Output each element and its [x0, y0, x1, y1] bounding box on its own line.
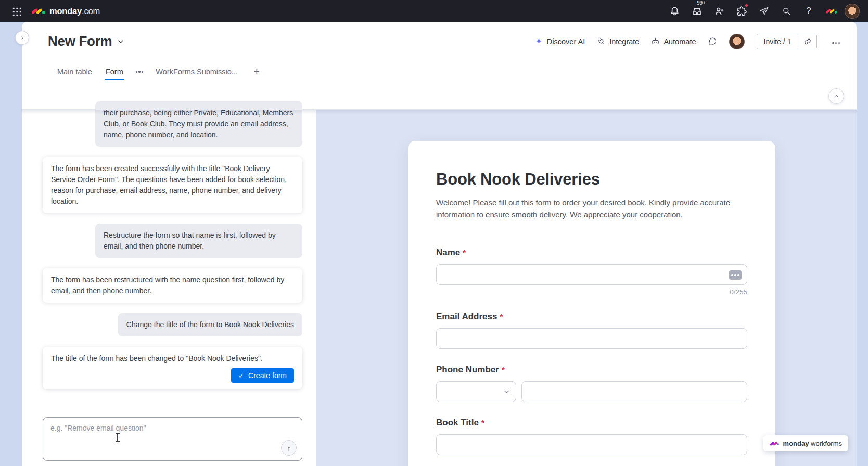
link-icon — [803, 37, 812, 46]
char-counter: 0/255 — [436, 288, 747, 296]
board-chat-button[interactable] — [708, 37, 717, 46]
invite-button[interactable]: Invite / 1 — [757, 34, 798, 49]
tab-label: WorkForms Submissio... — [156, 68, 238, 76]
ellipsis-icon — [136, 71, 144, 72]
inbox-button[interactable]: 99+ — [688, 2, 706, 20]
chat-message-user: Restructure the form so that name is fir… — [95, 224, 302, 258]
tab-label: Main table — [57, 68, 92, 76]
view-tabs: Main table Form WorkForms Submissio... + — [22, 61, 857, 83]
invite-button-group: Invite / 1 — [757, 34, 818, 49]
apps-button[interactable] — [755, 2, 773, 20]
monday-workforms-logo-icon — [770, 440, 780, 447]
monday-logo-icon — [31, 7, 45, 16]
field-phone: Phone Number* — [436, 365, 747, 402]
check-icon: ✓ — [238, 372, 244, 380]
phone-country-select[interactable] — [436, 381, 516, 402]
field-label-text: Name — [436, 248, 460, 258]
field-label-text: Email Address — [436, 312, 497, 322]
tab-workforms-submissions[interactable]: WorkForms Submissio... — [155, 61, 239, 83]
form-title: Book Nook Deliveries — [436, 170, 747, 189]
paper-plane-icon — [759, 6, 769, 16]
required-asterisk: * — [481, 418, 484, 427]
chevron-up-icon — [833, 93, 840, 100]
send-button[interactable]: ↑ — [281, 440, 297, 456]
chevron-down-icon — [117, 37, 125, 46]
required-asterisk: * — [463, 248, 466, 257]
required-asterisk: * — [500, 312, 503, 321]
workspace: their purchase, being either Private, Ed… — [22, 110, 857, 466]
board-header-actions: Discover AI Integrate Automate Invite / … — [534, 34, 843, 49]
apps-grid-icon — [12, 7, 21, 16]
apps-grid-button[interactable] — [8, 3, 24, 19]
badge-bold-text: monday — [783, 439, 809, 447]
notifications-button[interactable] — [666, 2, 683, 20]
chat-message-assistant: The form has been restructured with the … — [43, 268, 302, 303]
copy-link-button[interactable] — [798, 34, 816, 49]
chevron-down-icon — [503, 388, 510, 396]
create-form-button[interactable]: ✓ Create form — [231, 368, 294, 383]
chat-prompt-input[interactable] — [43, 418, 302, 460]
add-view-button[interactable]: + — [250, 66, 263, 79]
name-label: Name* — [436, 248, 747, 258]
board-header: New Form Discover AI Integrate A — [22, 22, 857, 61]
expand-sidebar-button[interactable] — [15, 31, 29, 45]
logo-rest: .com — [82, 6, 100, 16]
name-input[interactable] — [436, 264, 747, 285]
arrow-up-icon: ↑ — [287, 444, 291, 452]
field-email: Email Address* — [436, 312, 747, 349]
tab-options-button[interactable] — [136, 61, 144, 83]
collaborator-avatar[interactable] — [729, 34, 745, 49]
topbar-actions: 99+ ? — [666, 2, 860, 20]
tab-main-table[interactable]: Main table — [56, 61, 93, 83]
automate-button[interactable]: Automate — [651, 37, 696, 46]
create-form-label: Create form — [248, 371, 287, 380]
inbox-badge: 99+ — [697, 0, 706, 6]
ellipsis-icon — [832, 42, 840, 44]
chat-message-assistant: The title of the form has been changed t… — [43, 347, 302, 389]
autofill-icon[interactable] — [729, 270, 742, 280]
book-title-input[interactable] — [436, 434, 747, 455]
help-icon: ? — [806, 6, 811, 16]
product-switcher-button[interactable] — [822, 2, 840, 20]
board-title[interactable]: New Form — [48, 33, 125, 49]
logo-bold: monday — [49, 6, 82, 16]
board-menu-button[interactable] — [829, 34, 843, 48]
message-action-row: ✓ Create form — [51, 368, 294, 383]
chat-bubble-icon — [708, 37, 717, 46]
chat-message-user: their purchase, being either Private, Ed… — [95, 101, 302, 147]
collapse-header-button[interactable] — [828, 88, 844, 104]
plug-icon — [595, 35, 608, 48]
integrate-button[interactable]: Integrate — [597, 37, 639, 46]
email-input[interactable] — [436, 328, 747, 349]
required-asterisk: * — [502, 365, 505, 374]
monday-home-link[interactable]: monday.com — [31, 6, 100, 16]
field-name: Name* 0/255 — [436, 248, 747, 296]
phone-label: Phone Number* — [436, 365, 747, 375]
marketplace-button[interactable] — [733, 2, 750, 20]
search-icon — [782, 6, 792, 16]
ai-sparkle-icon — [534, 37, 543, 46]
invite-members-button[interactable] — [710, 2, 728, 20]
phone-row — [436, 381, 747, 402]
discover-ai-label: Discover AI — [547, 37, 585, 46]
chat-message-user: Change the title of the form to Book Noo… — [118, 313, 302, 336]
discover-ai-button[interactable]: Discover AI — [534, 37, 585, 46]
chat-message-assistant: The form has been created successfully w… — [43, 157, 302, 213]
integrate-label: Integrate — [609, 37, 639, 46]
search-button[interactable] — [777, 2, 795, 20]
workforms-badge[interactable]: monday workforms — [763, 435, 848, 451]
book-title-label: Book Title* — [436, 418, 747, 428]
automate-label: Automate — [663, 37, 696, 46]
form-card: Book Nook Deliveries Welcome! Please fil… — [408, 141, 775, 466]
phone-input[interactable] — [521, 381, 747, 402]
user-avatar[interactable] — [845, 4, 860, 19]
tab-form[interactable]: Form — [105, 61, 124, 83]
help-button[interactable]: ? — [800, 2, 818, 20]
topbar: monday.com 99+ ? — [0, 0, 868, 22]
email-label: Email Address* — [436, 312, 747, 322]
chevron-right-icon — [19, 34, 26, 42]
field-book-title: Book Title* — [436, 418, 747, 455]
chat-message-text: The title of the form has been changed t… — [51, 354, 263, 363]
notification-dot — [745, 4, 748, 7]
monday-logo-text: monday.com — [49, 6, 100, 16]
